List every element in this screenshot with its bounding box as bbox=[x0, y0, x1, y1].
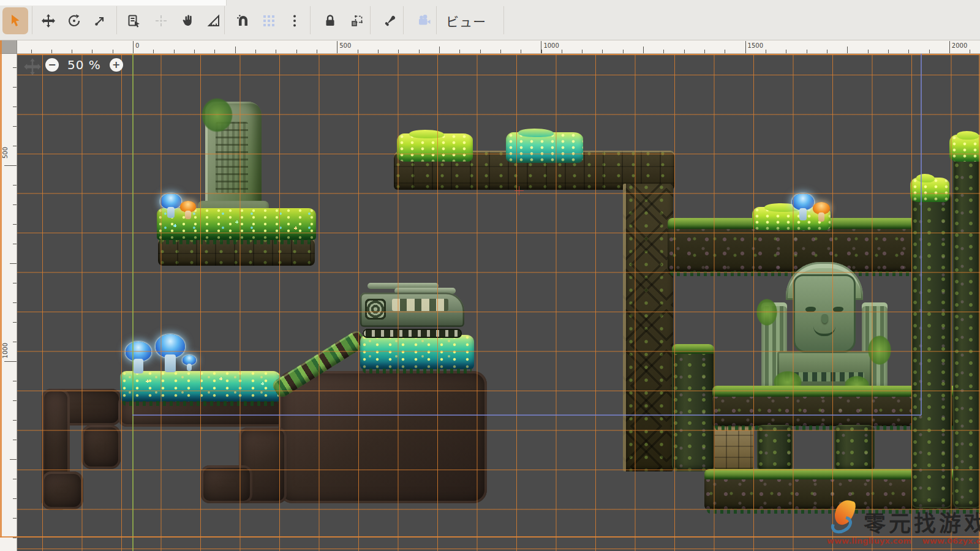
statue-eye bbox=[833, 306, 844, 312]
tile-tank-ledge[interactable] bbox=[360, 335, 474, 369]
tool-camera-override-button[interactable] bbox=[412, 7, 437, 34]
tile-tan-carved-block[interactable] bbox=[714, 426, 754, 469]
tile-cave-mass-foot[interactable] bbox=[201, 465, 252, 503]
orange-mushroom[interactable] bbox=[180, 201, 196, 219]
ruler-major-tick bbox=[4, 361, 17, 362]
viewport-toolbar: ビュー bbox=[0, 0, 980, 40]
statue-mouth bbox=[813, 326, 835, 336]
ruler-top[interactable]: 0500100015002000 bbox=[17, 40, 980, 54]
ruler-minor-tick bbox=[13, 302, 17, 303]
grass-tuft-teal[interactable] bbox=[506, 132, 583, 163]
tile-moss-pillar[interactable] bbox=[834, 425, 875, 471]
ruler-top-label: 500 bbox=[339, 42, 351, 49]
origin-marker bbox=[514, 186, 524, 195]
tool-ruler-button[interactable] bbox=[201, 7, 227, 34]
ivy bbox=[868, 335, 891, 365]
toolbar-separator bbox=[310, 6, 311, 34]
tool-pivot-button[interactable] bbox=[148, 7, 174, 34]
view-menu-button[interactable]: ビュー bbox=[440, 9, 492, 33]
statue-eye bbox=[805, 306, 816, 312]
blue-mushroom[interactable] bbox=[160, 193, 181, 218]
ruler-minor-tick bbox=[868, 50, 869, 53]
tile-moss-pillar[interactable] bbox=[757, 425, 793, 471]
ruler-minor-tick bbox=[13, 322, 17, 323]
smart-snap-icon bbox=[236, 13, 251, 28]
tool-smart-snap-button[interactable] bbox=[230, 7, 256, 34]
tile-stone-monolith[interactable] bbox=[205, 102, 262, 216]
tool-scale-button[interactable] bbox=[87, 7, 113, 34]
ruler-minor-tick bbox=[378, 50, 379, 53]
move-icon bbox=[41, 13, 56, 28]
ruler-minor-tick bbox=[13, 244, 17, 244]
ruler-minor-tick bbox=[13, 126, 17, 127]
tool-rotate-button[interactable] bbox=[61, 7, 87, 34]
ruler-medium-tick bbox=[235, 47, 236, 53]
list-select-icon bbox=[127, 13, 141, 28]
ruler-minor-tick bbox=[13, 224, 17, 225]
ruler-minor-tick bbox=[480, 50, 481, 53]
far-right-grass-cap[interactable] bbox=[949, 135, 980, 162]
tool-group-button[interactable] bbox=[344, 7, 370, 34]
ruler-major-tick bbox=[4, 165, 17, 166]
sparkle bbox=[146, 380, 149, 383]
toolbar-separator bbox=[370, 6, 371, 34]
ruler-icon bbox=[206, 13, 221, 28]
toolbar-separator bbox=[224, 6, 225, 34]
tile-cave-foot[interactable] bbox=[42, 471, 83, 509]
ruler-minor-tick bbox=[521, 50, 521, 53]
zoom-out-button[interactable]: − bbox=[45, 58, 59, 72]
right-column-grass-cap[interactable] bbox=[910, 178, 949, 202]
toolbar-separator bbox=[32, 6, 32, 34]
tile-ruined-tank[interactable] bbox=[360, 283, 464, 338]
ruler-minor-tick bbox=[970, 50, 970, 53]
grid-snap-icon bbox=[262, 13, 276, 28]
watermark-urls: www.lingliuyx.com www.06zyx.com bbox=[827, 536, 980, 545]
tile-teal-platform-grass[interactable] bbox=[120, 371, 281, 402]
ruler-minor-tick bbox=[684, 50, 685, 53]
ruler-minor-tick bbox=[419, 50, 420, 53]
ruler-left-label: 500 bbox=[2, 147, 9, 159]
tool-lock-button[interactable] bbox=[317, 7, 343, 34]
ruler-minor-tick bbox=[31, 50, 32, 53]
viewport-canvas[interactable]: − 50 % + 零元找游戏 www.lingliuyx.com www.06z… bbox=[17, 54, 980, 551]
tile-cave-mass[interactable] bbox=[279, 371, 487, 503]
glowing-mushroom-small[interactable] bbox=[183, 355, 196, 371]
tool-select-button[interactable] bbox=[2, 7, 28, 34]
ruler-minor-tick bbox=[562, 50, 562, 53]
orange-mushroom[interactable] bbox=[813, 202, 830, 222]
ruler-minor-tick bbox=[13, 518, 17, 519]
tile-right-column[interactable] bbox=[911, 193, 952, 508]
tool-snap-options-button[interactable] bbox=[282, 7, 307, 34]
tool-pan-button[interactable] bbox=[175, 7, 201, 34]
glowing-mushroom[interactable] bbox=[126, 342, 151, 373]
blue-mushroom[interactable] bbox=[792, 193, 814, 220]
ruler-minor-tick bbox=[276, 50, 276, 53]
ruler-minor-tick bbox=[13, 283, 17, 283]
scale-icon bbox=[92, 13, 107, 28]
tool-grid-snap-button[interactable] bbox=[256, 7, 282, 34]
ruler-medium-tick bbox=[10, 263, 17, 264]
tool-list-select-button[interactable] bbox=[121, 7, 147, 34]
ruler-left[interactable]: 5001000 bbox=[0, 54, 17, 551]
zoom-in-button[interactable]: + bbox=[110, 58, 123, 72]
grass-tuft-yellow[interactable] bbox=[397, 133, 473, 162]
tile-moss-block[interactable] bbox=[672, 349, 715, 471]
tool-move-button[interactable] bbox=[36, 7, 61, 34]
ruler-minor-tick bbox=[725, 50, 725, 53]
ruler-minor-tick bbox=[113, 50, 113, 53]
camera-override-icon bbox=[417, 13, 432, 28]
tile-far-right-column[interactable] bbox=[953, 149, 980, 508]
ruler-minor-tick bbox=[13, 440, 17, 440]
moss-patch bbox=[202, 98, 233, 132]
statue-face bbox=[793, 274, 856, 353]
glowing-mushroom[interactable] bbox=[156, 334, 185, 372]
snap-options-icon bbox=[287, 13, 302, 28]
ruler-minor-tick bbox=[908, 50, 909, 53]
tool-skeleton-button[interactable] bbox=[377, 7, 403, 34]
tile-diamond-column[interactable] bbox=[623, 184, 673, 471]
tank-track bbox=[363, 329, 462, 338]
tank-spiral-emblem bbox=[365, 299, 386, 320]
tile-cave-block[interactable] bbox=[81, 425, 121, 469]
pivot-icon bbox=[154, 13, 168, 28]
tile-jungle-statue[interactable] bbox=[761, 262, 888, 393]
